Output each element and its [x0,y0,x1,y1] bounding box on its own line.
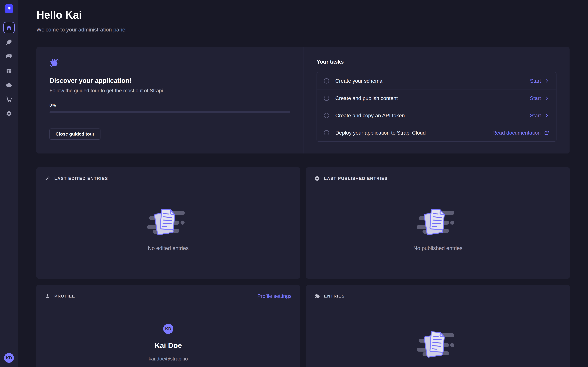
guided-tour-progress-label: 0% [50,103,290,108]
widget-title: ENTRIES [324,294,345,299]
sidebar-item-content-type-builder[interactable] [3,65,15,76]
page-subtitle: Welcome to your administration panel [36,26,127,33]
cart-icon [6,96,12,102]
task-label: Create your schema [335,78,382,84]
widget-title: LAST EDITED ENTRIES [54,176,108,181]
profile-name: Kai Doe [155,342,182,349]
widget-header: ENTRIES [306,285,570,299]
profile-body: KD Kai Doe kai.doe@strapi.io [36,299,300,367]
guided-tour-title: Discover your application! [50,77,290,84]
task-action-label: Read documentation [493,130,541,136]
widget-header: LAST PUBLISHED ENTRIES [306,167,570,182]
last-published-entries-widget: LAST PUBLISHED ENTRIES [306,167,570,279]
chevron-right-icon [545,113,549,118]
widget-title: LAST PUBLISHED ENTRIES [324,176,388,181]
profile-widget: PROFILE Profile settings KD Kai Doe kai.… [36,285,300,367]
waving-hand-icon [50,58,60,67]
empty-documents-illustration [417,206,459,237]
empty-state-text: No edited entries [148,245,189,251]
sidebar-item-content-manager[interactable] [3,36,15,48]
task-action-label: Start [530,95,541,101]
task-checkbox[interactable] [324,130,329,135]
task-action-label: Start [530,113,541,119]
guided-tour-progress-bar [50,111,290,113]
external-link-icon [544,130,549,135]
entries-widget: ENTRIES [306,285,570,367]
pencil-icon [45,176,50,181]
person-icon [45,293,50,299]
page-title: Hello Kai [36,9,82,20]
widget-header: LAST EDITED ENTRIES [36,167,300,182]
puzzle-icon [315,293,320,299]
sidebar-item-settings[interactable] [3,108,15,119]
images-icon [6,53,12,59]
guided-tour-card: Discover your application! Follow the gu… [36,47,570,153]
task-row: Create and copy an API token Start [317,107,556,124]
guided-tour-panel: Discover your application! Follow the gu… [36,47,303,153]
empty-documents-illustration [147,206,190,237]
empty-state-text: No published entries [413,366,463,367]
guided-tour-description: Follow the guided tour to get the most o… [50,88,290,94]
profile-avatar: KD [163,324,173,334]
sidebar-item-cloud[interactable] [3,79,15,91]
sidebar-bottom-divider [0,348,18,348]
strapi-logo-icon [6,6,12,11]
task-checkbox[interactable] [324,113,329,118]
check-circle-icon [315,176,320,181]
empty-state: No published entries [306,328,570,367]
task-label: Create and copy an API token [335,113,405,119]
your-tasks-panel: Your tasks Create your schema Start Crea… [303,47,570,153]
strapi-logo[interactable] [5,4,13,13]
task-action-label: Start [530,78,541,84]
empty-state: No edited entries [36,206,300,251]
widget-title: PROFILE [54,294,75,299]
widget-header: PROFILE Profile settings [36,285,300,299]
empty-documents-illustration [417,328,459,360]
task-label: Create and publish content [335,95,398,101]
chevron-right-icon [545,79,549,83]
feather-icon [6,39,12,45]
profile-settings-link[interactable]: Profile settings [257,293,292,299]
last-edited-entries-widget: LAST EDITED ENTRIES [36,167,300,279]
layout-icon [6,68,12,74]
sidebar-item-home[interactable] [3,22,15,33]
close-guided-tour-button[interactable]: Close guided tour [50,129,100,140]
task-row: Deploy your application to Strapi Cloud … [317,124,556,142]
sidebar-item-media-library[interactable] [3,51,15,62]
sidebar: KD [0,0,18,367]
task-start-link[interactable]: Start [530,113,549,119]
home-icon [6,25,12,31]
tasks-list: Create your schema Start Create and publ… [317,72,556,142]
task-label: Deploy your application to Strapi Cloud [335,130,426,136]
cloud-icon [6,82,12,88]
task-read-documentation-link[interactable]: Read documentation [493,130,549,136]
task-row: Create and publish content Start [317,90,556,107]
sidebar-user-avatar[interactable]: KD [4,353,14,363]
sidebar-item-marketplace[interactable] [3,94,15,105]
chevron-right-icon [545,96,549,100]
tasks-title: Your tasks [317,58,556,65]
profile-email: kai.doe@strapi.io [149,356,188,361]
empty-state-text: No published entries [413,245,463,251]
task-start-link[interactable]: Start [530,78,549,84]
task-checkbox[interactable] [324,78,329,83]
task-checkbox[interactable] [324,96,329,101]
gear-icon [6,111,12,117]
task-row: Create your schema Start [317,72,556,90]
task-start-link[interactable]: Start [530,95,549,101]
empty-state: No published entries [306,206,570,251]
